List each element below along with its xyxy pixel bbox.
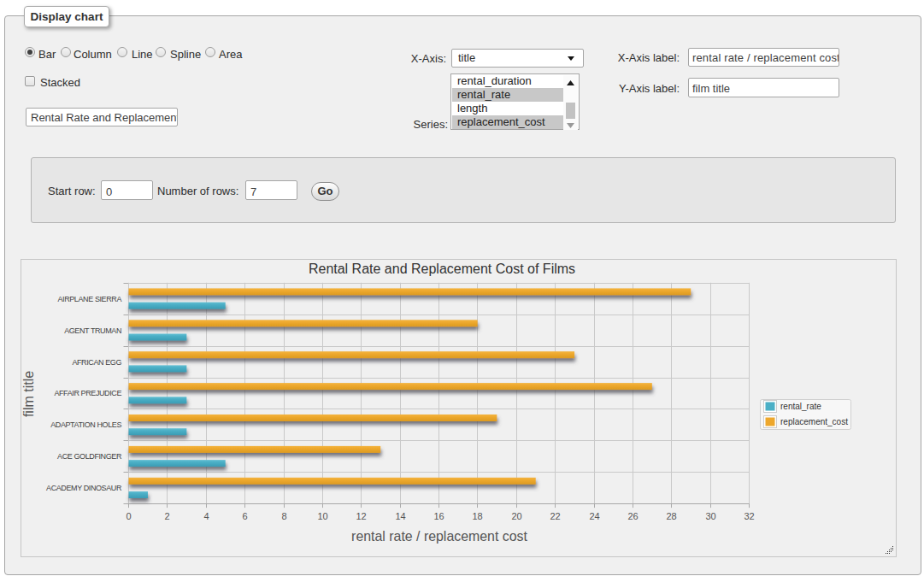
svg-text:22: 22	[550, 511, 560, 521]
svg-text:10: 10	[317, 511, 327, 521]
svg-text:film title: film title	[21, 371, 36, 417]
svg-text:14: 14	[395, 511, 405, 521]
svg-text:AGENT TRUMAN: AGENT TRUMAN	[64, 326, 121, 335]
svg-text:12: 12	[356, 511, 366, 521]
svg-text:0: 0	[126, 511, 131, 521]
svg-text:32: 32	[744, 511, 754, 521]
svg-text:24: 24	[589, 511, 599, 521]
svg-text:ACADEMY DINOSAUR: ACADEMY DINOSAUR	[46, 484, 122, 492]
svg-text:18: 18	[472, 511, 482, 521]
svg-text:replacement_cost: replacement_cost	[780, 417, 848, 426]
svg-text:16: 16	[433, 511, 444, 521]
svg-text:AFRICAN EGG: AFRICAN EGG	[72, 358, 121, 367]
svg-text:2: 2	[164, 511, 169, 521]
svg-text:20: 20	[511, 511, 521, 521]
svg-text:8: 8	[281, 511, 286, 521]
svg-text:28: 28	[666, 511, 676, 521]
svg-text:Rental Rate and Replacement Co: Rental Rate and Replacement Cost of Film…	[309, 262, 575, 276]
svg-text:ADAPTATION HOLES: ADAPTATION HOLES	[50, 420, 121, 429]
svg-text:ACE GOLDFINGER: ACE GOLDFINGER	[57, 452, 122, 461]
svg-text:AIRPLANE SIERRA: AIRPLANE SIERRA	[57, 295, 121, 303]
svg-text:AFFAIR PREJUDICE: AFFAIR PREJUDICE	[54, 389, 121, 397]
svg-text:4: 4	[203, 511, 209, 521]
svg-text:6: 6	[242, 511, 247, 521]
svg-text:30: 30	[705, 511, 715, 521]
svg-text:26: 26	[627, 511, 638, 521]
svg-text:rental_rate: rental_rate	[780, 402, 821, 411]
svg-text:rental rate / replacement cost: rental rate / replacement cost	[351, 529, 527, 544]
